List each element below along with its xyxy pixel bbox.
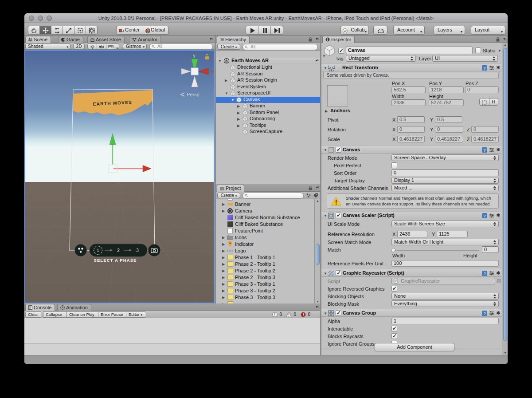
project-search-input[interactable] xyxy=(243,193,304,199)
foldout-open-icon[interactable]: ▼ xyxy=(324,214,327,218)
layers-dropdown[interactable]: Layers ▾ xyxy=(434,26,465,35)
scroll-up-icon[interactable]: ▲ xyxy=(504,43,507,46)
scene-panel-menu-icon[interactable]: ▾≡ xyxy=(210,37,213,41)
window-footer[interactable] xyxy=(24,355,508,364)
list-item-phase-2-tooltip-3[interactable]: ▶ Phase 2 - Tooltip 3 xyxy=(216,274,314,281)
gear-icon[interactable]: ✱ xyxy=(496,270,500,276)
hierarchy-row-screenspaceui[interactable]: ▼ ScreenspaceUI xyxy=(216,90,320,97)
scale-x-field[interactable]: 0.4618227 xyxy=(397,136,425,142)
phase-2-label[interactable]: 2 xyxy=(117,248,120,253)
foldout-open-icon[interactable]: ▼ xyxy=(324,66,327,70)
tab-console[interactable]: Console xyxy=(25,304,55,311)
hierarchy-create-button[interactable]: Create ▾ xyxy=(217,44,240,50)
blueprint-mode-button[interactable] xyxy=(479,98,489,106)
scale-tool-button[interactable] xyxy=(63,26,74,35)
gizmos-dropdown[interactable]: Gizmos▾ xyxy=(123,43,147,49)
hierarchy-search-input[interactable]: All xyxy=(243,44,318,50)
screen-match-mode-dropdown[interactable]: Match Width Or Height xyxy=(391,239,499,245)
tab-animator[interactable]: Animator xyxy=(129,36,161,43)
project-scrollbar-thumb[interactable] xyxy=(316,244,320,265)
console-error-pause-button[interactable]: Error Pause xyxy=(98,311,126,318)
project-panel-menu-icon[interactable]: ▾≡ xyxy=(316,185,319,189)
presets-icon[interactable] xyxy=(489,147,494,153)
scale-z-field[interactable]: 0.4618227 xyxy=(471,136,499,142)
presets-icon[interactable] xyxy=(489,311,494,316)
foldout-closed-icon[interactable]: ▶ xyxy=(222,269,225,273)
gizmo-center-cube[interactable] xyxy=(191,68,198,75)
scene-row-menu-icon[interactable]: ▾≡ xyxy=(315,59,318,63)
blocking-objects-dropdown[interactable]: None xyxy=(391,293,499,299)
foldout-closed-icon[interactable]: ▶ xyxy=(222,282,225,286)
move-tool-button[interactable] xyxy=(39,26,51,35)
foldout-closed-icon[interactable]: ▶ xyxy=(222,276,225,280)
foldout-closed-icon[interactable]: ▶ xyxy=(237,104,240,108)
hierarchy-lock-icon[interactable] xyxy=(309,37,312,42)
list-item-icons-folder[interactable]: ▶ Icons xyxy=(216,234,314,241)
tab-scene[interactable]: Scene xyxy=(25,36,51,43)
ref-resolution-x-field[interactable]: 2436 xyxy=(397,231,427,237)
foldout-closed-icon[interactable]: ▶ xyxy=(237,124,240,128)
match-slider-knob[interactable] xyxy=(391,248,395,252)
layout-dropdown[interactable]: Layout ▾ xyxy=(471,26,505,35)
pos-y-field[interactable]: 1218 xyxy=(429,87,464,93)
foldout-closed-icon[interactable]: ▶ xyxy=(222,249,225,253)
list-item-phase-2-tooltip-2[interactable]: ▶ Phase 2 - Tooltip 2 xyxy=(216,268,314,274)
foldout-open-icon[interactable]: ▼ xyxy=(324,272,327,276)
canvas-component-header[interactable]: ▼ Canvas ? ✱ xyxy=(321,146,501,154)
blocks-raycasts-checkbox[interactable] xyxy=(391,333,397,339)
list-item-cliff-baked-substance[interactable]: Cliff Baked Substance xyxy=(216,221,314,228)
gear-icon[interactable]: ✱ xyxy=(496,310,500,316)
help-icon[interactable]: ? xyxy=(482,213,487,218)
collab-button[interactable]: Collab ▾ xyxy=(340,26,369,35)
interactable-checkbox[interactable] xyxy=(391,326,397,331)
gear-icon[interactable]: ✱ xyxy=(496,147,500,153)
pause-button[interactable] xyxy=(258,26,271,35)
seeds-button[interactable] xyxy=(75,244,87,256)
hierarchy-panel-menu-icon[interactable]: ▾≡ xyxy=(316,37,319,41)
foldout-closed-icon[interactable]: ▶ xyxy=(222,262,225,266)
hierarchy-row-ar-session-origin[interactable]: ▶ AR Session Origin xyxy=(216,77,320,84)
foldout-open-icon[interactable]: ▼ xyxy=(225,91,228,95)
console-log-area[interactable] xyxy=(24,318,320,343)
console-collapse-button[interactable]: Collapse xyxy=(43,311,67,318)
list-item-phase-3-tooltip-3[interactable]: ▶ Phase 3 - Tooltip 3 xyxy=(216,294,314,301)
gameobject-name-field[interactable]: Canvas xyxy=(346,47,473,54)
list-item-camera[interactable]: ▶ Camera xyxy=(216,208,314,214)
alpha-field[interactable]: 1 xyxy=(391,318,499,324)
static-caret-icon[interactable]: ▼ xyxy=(498,49,501,53)
warning-badge-icon[interactable] xyxy=(286,312,292,317)
ui-scale-mode-dropdown[interactable]: Scale With Screen Size xyxy=(391,221,499,227)
foldout-open-icon[interactable]: ▼ xyxy=(324,148,327,152)
foldout-closed-icon[interactable]: ▶ xyxy=(222,209,225,213)
tag-dropdown[interactable]: Untagged xyxy=(346,55,416,62)
presets-icon[interactable] xyxy=(489,65,494,71)
project-lock-icon[interactable] xyxy=(309,186,312,190)
hierarchy-row-onboarding[interactable]: ▶ Onboarding xyxy=(216,116,320,122)
project-create-button[interactable]: Create ▾ xyxy=(217,193,240,198)
inspector-lock-icon[interactable] xyxy=(496,37,500,42)
search-by-label-icon[interactable] xyxy=(313,193,318,198)
foldout-closed-icon[interactable]: ▶ xyxy=(222,202,225,206)
scene-effects-button[interactable]: ▾ xyxy=(106,43,119,49)
help-icon[interactable]: ? xyxy=(482,311,487,316)
scroll-down-icon[interactable]: ▼ xyxy=(504,351,507,355)
hierarchy-row-bottom-panel[interactable]: ▶ Bottom Panel xyxy=(216,110,320,116)
scroll-down-icon[interactable]: ▼ xyxy=(316,300,319,303)
scene-search-input[interactable]: All xyxy=(149,43,213,50)
presets-icon[interactable] xyxy=(489,271,494,276)
foldout-closed-icon[interactable]: ▶ xyxy=(237,117,240,121)
canvas-scaler-header[interactable]: ▼ Canvas Scaler (Script) ? ✱ xyxy=(321,211,501,219)
gear-icon[interactable]: ✱ xyxy=(496,65,500,71)
tab-asset-store[interactable]: Asset Store xyxy=(87,36,125,43)
canvas-group-enabled-checkbox[interactable] xyxy=(336,310,341,316)
list-item-banner[interactable]: ▶ Banner xyxy=(216,201,314,208)
scroll-up-icon[interactable]: ▲ xyxy=(316,199,319,202)
reference-ppu-field[interactable]: 100 xyxy=(391,260,499,267)
rotation-x-field[interactable]: 0 xyxy=(397,126,425,133)
static-checkbox[interactable] xyxy=(475,47,481,53)
pivot-mode-button[interactable]: Center xyxy=(116,26,143,35)
foldout-open-icon[interactable]: ▼ xyxy=(324,311,327,315)
match-slider-track[interactable] xyxy=(392,250,479,251)
account-dropdown[interactable]: Account ▾ xyxy=(393,26,425,35)
additional-shader-channels-dropdown[interactable]: Mixed ... xyxy=(391,185,499,191)
